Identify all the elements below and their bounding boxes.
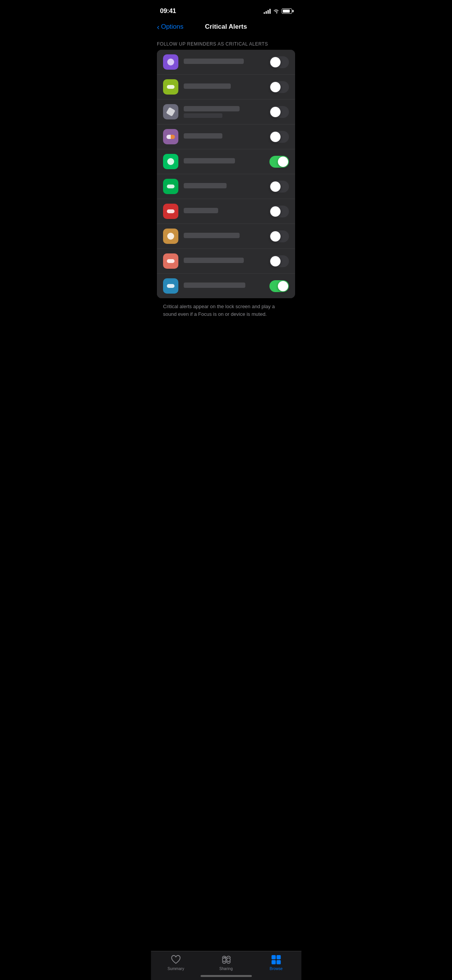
app-icon (163, 229, 178, 244)
app-name-text (184, 158, 269, 165)
app-icon (163, 79, 178, 95)
toggle-switch[interactable] (269, 230, 289, 242)
toggle-switch[interactable] (269, 56, 289, 68)
app-name-text (184, 133, 269, 140)
list-item (157, 100, 295, 124)
signal-icon (264, 9, 271, 14)
app-icon (163, 179, 178, 194)
app-icon (163, 204, 178, 219)
toggle-switch[interactable] (269, 81, 289, 93)
app-icon (163, 129, 178, 144)
toggle-switch[interactable] (269, 106, 289, 118)
app-name-text (184, 106, 269, 118)
status-icons (264, 8, 292, 14)
app-name-text (184, 233, 269, 240)
footer-note: Critical alerts appear on the lock scree… (151, 298, 301, 318)
app-icon (163, 253, 178, 269)
list-item (157, 50, 295, 75)
battery-icon (282, 8, 292, 14)
list-item (157, 174, 295, 199)
app-list (157, 50, 295, 298)
toggle-switch[interactable] (269, 280, 289, 292)
list-item (157, 149, 295, 174)
list-item (157, 199, 295, 224)
app-icon (163, 104, 178, 119)
app-name-text (184, 208, 269, 215)
toggle-switch[interactable] (269, 255, 289, 267)
app-icon (163, 54, 178, 70)
nav-bar: ‹ Options Critical Alerts (151, 20, 301, 35)
app-name-text (184, 83, 269, 91)
list-item (157, 224, 295, 249)
content-area: FOLLOW UP REMINDERS AS CRITICAL ALERTS C… (151, 35, 301, 356)
app-name-text (184, 283, 269, 290)
back-button[interactable]: ‹ Options (157, 23, 183, 31)
toggle-switch[interactable] (269, 206, 289, 217)
list-item (157, 249, 295, 274)
toggle-switch[interactable] (269, 156, 289, 168)
list-item (157, 75, 295, 100)
back-label: Options (161, 23, 184, 31)
app-icon (163, 278, 178, 294)
wifi-icon (273, 9, 279, 14)
toggle-switch[interactable] (269, 131, 289, 143)
section-label: FOLLOW UP REMINDERS AS CRITICAL ALERTS (151, 35, 301, 50)
toggle-switch[interactable] (269, 181, 289, 193)
back-chevron-icon: ‹ (157, 23, 160, 31)
app-icon (163, 154, 178, 169)
app-name-text (184, 258, 269, 265)
status-time: 09:41 (160, 7, 176, 15)
page-title: Critical Alerts (205, 23, 247, 31)
app-name-text (184, 183, 269, 190)
list-item (157, 274, 295, 298)
app-name-text (184, 59, 269, 66)
list-item (157, 124, 295, 149)
status-bar: 09:41 (151, 0, 301, 20)
